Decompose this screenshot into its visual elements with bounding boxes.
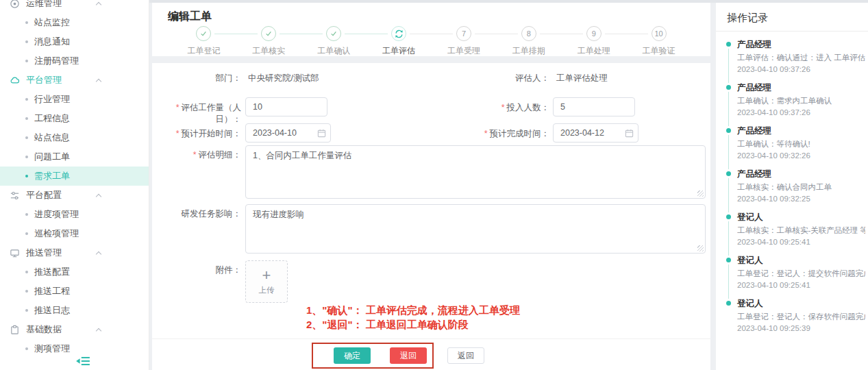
back-button[interactable]: 返回 [447,347,484,364]
step-number: 7 [462,29,466,38]
step-label: 工单排期 [512,45,545,57]
bullet-icon [25,40,28,43]
resize-grip-icon[interactable] [697,245,704,251]
step-number: 8 [527,29,531,38]
sidebar-section-platform-config[interactable]: 平台配置 [0,186,149,205]
sidebar-section-label: 运维管理 [26,0,62,10]
chevron-up-icon [96,251,101,257]
log-entry-desc: 工单登记：登记人：提交软件问题完成) [737,269,865,279]
sidebar-section-label: 平台配置 [26,189,62,201]
sidebar-item-measure-mgmt[interactable]: 测项管理 [0,339,149,358]
log-entry-name: 产品经理 [737,39,865,51]
department-value: 中央研究院/测试部 [248,73,319,84]
check-icon [199,29,208,38]
workload-input[interactable] [245,97,327,116]
sidebar-section-base-data[interactable]: 基础数据 [0,320,149,339]
sidebar-item-demand-order[interactable]: 需求工单 [0,166,149,186]
calendar-icon [317,129,326,138]
resize-grip-icon[interactable] [697,190,704,197]
log-entry-time: 2023-04-10 09:32:26 [737,151,865,160]
bullet-icon [25,309,28,312]
sidebar-item-progress-mgmt[interactable]: 进度项管理 [0,205,149,224]
bullet-icon [25,117,28,120]
edit-workorder-form: 部门： 中央研究院/测试部 评估人： 工单评估处理 *评估工作量（人日）： *投… [152,63,710,370]
operation-log-panel: 操作记录 产品经理 工单评估：确认通过：进入 工单评估! 2023-04-10 … [716,3,868,370]
step-number: 10 [654,29,662,38]
people-label: *投入人数： [440,102,549,114]
calendar-icon [625,129,634,138]
sidebar: 运维管理 站点监控 消息通知 注册码管理 平台管理 行业管理 工程信息 站点信息… [0,0,149,370]
log-entry-time: 2023-04-10 09:32:25 [737,195,865,203]
sidebar-section-label: 基础数据 [26,323,62,336]
end-time-label: *预计完成时间： [440,128,549,140]
page-title: 编辑工单 [168,10,212,24]
collapse-sidebar-icon[interactable] [75,356,90,367]
log-entry-time: 2023-04-10 09:25:41 [737,281,865,289]
step-evaluate-current: 工单评估 [367,26,432,57]
log-entry-desc: 工单核实：确认合同内工单 [737,182,865,193]
bullet-icon [25,290,28,293]
log-entry: 登记人 工单登记：登记人：保存软件问题完成) 2023-04-10 09:25:… [726,298,865,341]
sidebar-section-push[interactable]: 推送管理 [0,243,149,262]
evaluator-value: 工单评估处理 [556,73,608,84]
upload-button[interactable]: + 上传 [245,260,288,303]
detail-label: *评估明细： [152,149,241,161]
log-entry-time: 2023-04-10 09:37:26 [737,108,865,116]
step-circle: 10 [652,26,667,41]
log-entry-name: 产品经理 [737,169,865,180]
log-entry-time: 2023-04-10 09:25:41 [737,238,865,246]
sidebar-item-regcode-mgmt[interactable]: 注册码管理 [0,51,149,71]
sidebar-item-problem-order[interactable]: 问题工单 [0,147,149,166]
chevron-up-icon [96,2,101,8]
detail-textarea[interactable]: 1、合同内工单工作量评估 [245,145,706,199]
footer-divider [152,338,710,339]
people-input[interactable] [553,97,635,116]
step-verify: 工单核实 [236,26,301,57]
step-circle: 7 [456,26,471,41]
sidebar-item-push-log[interactable]: 推送日志 [0,301,149,320]
step-label: 工单受理 [447,45,480,57]
step-schedule: 8 工单排期 [496,26,561,57]
sidebar-item-inspection-mgmt[interactable]: 巡检项管理 [0,224,149,243]
bullet-icon [25,175,28,177]
sidebar-section-platform[interactable]: 平台管理 [0,71,149,90]
step-label: 工单处理 [578,45,610,57]
bullet-icon [25,347,28,350]
header-card: 编辑工单 工单登记 工单核实 工单确认 [152,3,710,56]
sidebar-item-push-project[interactable]: 推送工程 [0,282,149,301]
impact-textarea[interactable]: 现有进度影响 [245,204,706,254]
sidebar-item-site-info[interactable]: 站点信息 [0,128,149,147]
log-entry-time: 2023-04-10 09:37:26 [737,65,865,73]
bullet-icon [25,136,28,139]
sidebar-section-ops[interactable]: 运维管理 [0,0,149,13]
sidebar-section-label: 推送管理 [26,247,62,259]
sidebar-item-site-monitor[interactable]: 站点监控 [0,13,149,32]
required-mark: * [501,103,505,112]
required-mark: * [193,150,197,160]
reject-button[interactable]: 退回 [390,347,427,364]
end-date-picker[interactable] [553,123,638,143]
confirm-button[interactable]: 确定 [334,347,371,364]
start-date-picker[interactable] [245,123,331,143]
step-label: 工单评估 [382,45,415,57]
annotation-line-2: 2、"退回"： 工单退回工单确认阶段 [306,319,469,332]
evaluator-label: 评估人： [440,73,549,84]
bullet-icon [25,98,28,101]
step-label: 工单登记 [187,45,220,57]
step-process: 9 工单处理 [561,26,626,57]
sidebar-item-label: 推送日志 [34,304,70,317]
start-time-label: *预计开始时间： [152,128,241,140]
step-label: 工单验证 [643,45,675,57]
impact-label: 研发任务影响： [152,208,241,220]
ops-icon [10,0,20,9]
sidebar-item-industry-mgmt[interactable]: 行业管理 [0,90,149,109]
step-number: 9 [592,29,596,38]
sidebar-menu: 运维管理 站点监控 消息通知 注册码管理 平台管理 行业管理 工程信息 站点信息… [0,0,149,358]
sidebar-item-push-config[interactable]: 推送配置 [0,262,149,282]
required-mark: * [176,129,179,138]
log-divider [716,31,868,32]
sidebar-item-message-notify[interactable]: 消息通知 [0,32,149,51]
log-title: 操作记录 [727,12,768,25]
sidebar-item-project-info[interactable]: 工程信息 [0,109,149,128]
step-circle: 9 [586,26,602,41]
